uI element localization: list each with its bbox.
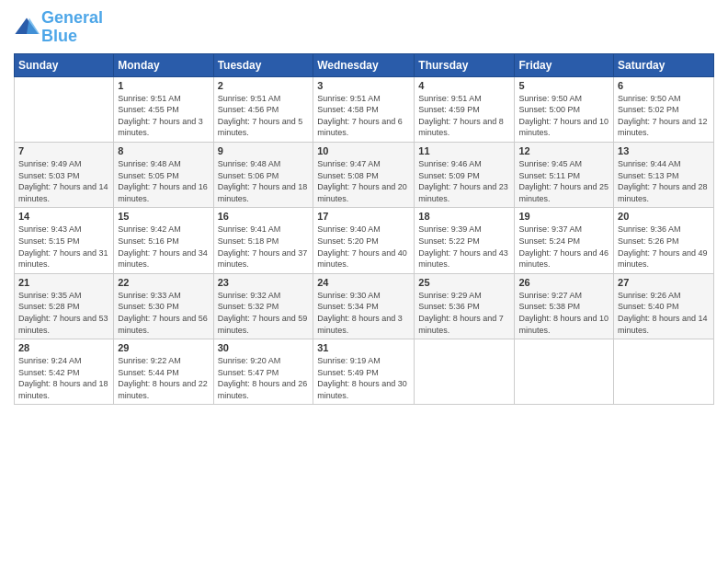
- logo-icon: [14, 15, 40, 40]
- calendar-cell: 18Sunrise: 9:39 AMSunset: 5:22 PMDayligh…: [415, 208, 515, 273]
- page: General Blue SundayMondayTuesdayWednesda…: [0, 0, 728, 563]
- day-detail: Sunrise: 9:30 AMSunset: 5:34 PMDaylight:…: [317, 290, 410, 336]
- day-number: 31: [317, 342, 410, 353]
- week-row-4: 21Sunrise: 9:35 AMSunset: 5:28 PMDayligh…: [15, 273, 714, 339]
- day-number: 9: [218, 145, 310, 156]
- calendar-cell: 8Sunrise: 9:48 AMSunset: 5:05 PMDaylight…: [114, 142, 213, 207]
- calendar-cell: 19Sunrise: 9:37 AMSunset: 5:24 PMDayligh…: [515, 208, 614, 273]
- calendar-cell: 21Sunrise: 9:35 AMSunset: 5:28 PMDayligh…: [15, 273, 114, 339]
- calendar-cell: 7Sunrise: 9:49 AMSunset: 5:03 PMDaylight…: [15, 142, 114, 207]
- weekday-header-sunday: Sunday: [15, 53, 114, 76]
- day-number: 3: [317, 80, 410, 91]
- calendar-cell: [614, 339, 714, 405]
- calendar-body: 1Sunrise: 9:51 AMSunset: 4:55 PMDaylight…: [15, 76, 714, 405]
- day-number: 27: [618, 277, 710, 288]
- day-detail: Sunrise: 9:36 AMSunset: 5:26 PMDaylight:…: [618, 224, 710, 270]
- logo: General Blue: [14, 9, 103, 46]
- calendar-cell: 9Sunrise: 9:48 AMSunset: 5:06 PMDaylight…: [213, 142, 313, 207]
- calendar-cell: 28Sunrise: 9:24 AMSunset: 5:42 PMDayligh…: [15, 339, 114, 405]
- weekday-header-monday: Monday: [114, 53, 213, 76]
- calendar-cell: 6Sunrise: 9:50 AMSunset: 5:02 PMDaylight…: [614, 76, 714, 142]
- calendar-cell: 17Sunrise: 9:40 AMSunset: 5:20 PMDayligh…: [313, 208, 415, 273]
- week-row-3: 14Sunrise: 9:43 AMSunset: 5:15 PMDayligh…: [15, 208, 714, 273]
- weekday-header-wednesday: Wednesday: [313, 53, 415, 76]
- day-detail: Sunrise: 9:46 AMSunset: 5:09 PMDaylight:…: [418, 158, 510, 204]
- day-detail: Sunrise: 9:49 AMSunset: 5:03 PMDaylight:…: [18, 158, 109, 204]
- calendar-cell: 25Sunrise: 9:29 AMSunset: 5:36 PMDayligh…: [415, 273, 515, 339]
- day-detail: Sunrise: 9:39 AMSunset: 5:22 PMDaylight:…: [418, 224, 510, 270]
- day-number: 23: [218, 277, 310, 288]
- day-detail: Sunrise: 9:27 AMSunset: 5:38 PMDaylight:…: [518, 290, 609, 336]
- week-row-5: 28Sunrise: 9:24 AMSunset: 5:42 PMDayligh…: [15, 339, 714, 405]
- day-number: 19: [518, 211, 609, 222]
- calendar-cell: 24Sunrise: 9:30 AMSunset: 5:34 PMDayligh…: [313, 273, 415, 339]
- day-detail: Sunrise: 9:50 AMSunset: 5:02 PMDaylight:…: [618, 93, 710, 139]
- day-detail: Sunrise: 9:51 AMSunset: 4:56 PMDaylight:…: [218, 93, 310, 139]
- day-number: 14: [18, 211, 109, 222]
- day-detail: Sunrise: 9:42 AMSunset: 5:16 PMDaylight:…: [118, 224, 209, 270]
- day-detail: Sunrise: 9:44 AMSunset: 5:13 PMDaylight:…: [618, 158, 710, 204]
- calendar-cell: 5Sunrise: 9:50 AMSunset: 5:00 PMDaylight…: [515, 76, 614, 142]
- day-detail: Sunrise: 9:22 AMSunset: 5:44 PMDaylight:…: [118, 355, 209, 401]
- calendar-cell: 31Sunrise: 9:19 AMSunset: 5:49 PMDayligh…: [313, 339, 415, 405]
- header: General Blue: [14, 9, 714, 46]
- weekday-header-tuesday: Tuesday: [213, 53, 313, 76]
- day-number: 20: [618, 211, 710, 222]
- calendar-cell: 27Sunrise: 9:26 AMSunset: 5:40 PMDayligh…: [614, 273, 714, 339]
- day-number: 7: [18, 145, 109, 156]
- calendar-cell: 15Sunrise: 9:42 AMSunset: 5:16 PMDayligh…: [114, 208, 213, 273]
- day-detail: Sunrise: 9:50 AMSunset: 5:00 PMDaylight:…: [518, 93, 609, 139]
- day-number: 4: [418, 80, 510, 91]
- day-detail: Sunrise: 9:51 AMSunset: 4:55 PMDaylight:…: [118, 93, 209, 139]
- day-number: 26: [518, 277, 609, 288]
- day-number: 2: [218, 80, 310, 91]
- calendar-cell: [15, 76, 114, 142]
- day-detail: Sunrise: 9:51 AMSunset: 4:59 PMDaylight:…: [418, 93, 510, 139]
- svg-marker-1: [27, 17, 40, 34]
- calendar-cell: 20Sunrise: 9:36 AMSunset: 5:26 PMDayligh…: [614, 208, 714, 273]
- day-detail: Sunrise: 9:20 AMSunset: 5:47 PMDaylight:…: [218, 355, 310, 401]
- calendar-header: SundayMondayTuesdayWednesdayThursdayFrid…: [15, 53, 714, 76]
- day-detail: Sunrise: 9:33 AMSunset: 5:30 PMDaylight:…: [118, 290, 209, 336]
- day-number: 10: [317, 145, 410, 156]
- calendar-cell: 12Sunrise: 9:45 AMSunset: 5:11 PMDayligh…: [515, 142, 614, 207]
- day-detail: Sunrise: 9:41 AMSunset: 5:18 PMDaylight:…: [218, 224, 310, 270]
- calendar-cell: 11Sunrise: 9:46 AMSunset: 5:09 PMDayligh…: [415, 142, 515, 207]
- calendar-cell: 16Sunrise: 9:41 AMSunset: 5:18 PMDayligh…: [213, 208, 313, 273]
- weekday-header-friday: Friday: [515, 53, 614, 76]
- calendar-cell: 3Sunrise: 9:51 AMSunset: 4:58 PMDaylight…: [313, 76, 415, 142]
- day-detail: Sunrise: 9:29 AMSunset: 5:36 PMDaylight:…: [418, 290, 510, 336]
- calendar-cell: 14Sunrise: 9:43 AMSunset: 5:15 PMDayligh…: [15, 208, 114, 273]
- calendar-cell: 23Sunrise: 9:32 AMSunset: 5:32 PMDayligh…: [213, 273, 313, 339]
- calendar-cell: 4Sunrise: 9:51 AMSunset: 4:59 PMDaylight…: [415, 76, 515, 142]
- weekday-header-saturday: Saturday: [614, 53, 714, 76]
- day-number: 29: [118, 342, 209, 353]
- day-number: 15: [118, 211, 209, 222]
- calendar-cell: 26Sunrise: 9:27 AMSunset: 5:38 PMDayligh…: [515, 273, 614, 339]
- day-number: 13: [618, 145, 710, 156]
- week-row-2: 7Sunrise: 9:49 AMSunset: 5:03 PMDaylight…: [15, 142, 714, 207]
- day-detail: Sunrise: 9:37 AMSunset: 5:24 PMDaylight:…: [518, 224, 609, 270]
- day-number: 8: [118, 145, 209, 156]
- day-number: 21: [18, 277, 109, 288]
- day-detail: Sunrise: 9:43 AMSunset: 5:15 PMDaylight:…: [18, 224, 109, 270]
- calendar-cell: [515, 339, 614, 405]
- weekday-header-row: SundayMondayTuesdayWednesdayThursdayFrid…: [15, 53, 714, 76]
- day-number: 28: [18, 342, 109, 353]
- day-detail: Sunrise: 9:48 AMSunset: 5:06 PMDaylight:…: [218, 158, 310, 204]
- day-number: 6: [618, 80, 710, 91]
- day-detail: Sunrise: 9:32 AMSunset: 5:32 PMDaylight:…: [218, 290, 310, 336]
- day-detail: Sunrise: 9:24 AMSunset: 5:42 PMDaylight:…: [18, 355, 109, 401]
- day-detail: Sunrise: 9:26 AMSunset: 5:40 PMDaylight:…: [618, 290, 710, 336]
- calendar-cell: 10Sunrise: 9:47 AMSunset: 5:08 PMDayligh…: [313, 142, 415, 207]
- calendar-cell: [415, 339, 515, 405]
- day-detail: Sunrise: 9:45 AMSunset: 5:11 PMDaylight:…: [518, 158, 609, 204]
- day-number: 16: [218, 211, 310, 222]
- day-detail: Sunrise: 9:48 AMSunset: 5:05 PMDaylight:…: [118, 158, 209, 204]
- day-number: 30: [218, 342, 310, 353]
- calendar-cell: 2Sunrise: 9:51 AMSunset: 4:56 PMDaylight…: [213, 76, 313, 142]
- day-detail: Sunrise: 9:35 AMSunset: 5:28 PMDaylight:…: [18, 290, 109, 336]
- day-number: 17: [317, 211, 410, 222]
- day-detail: Sunrise: 9:47 AMSunset: 5:08 PMDaylight:…: [317, 158, 410, 204]
- day-detail: Sunrise: 9:19 AMSunset: 5:49 PMDaylight:…: [317, 355, 410, 401]
